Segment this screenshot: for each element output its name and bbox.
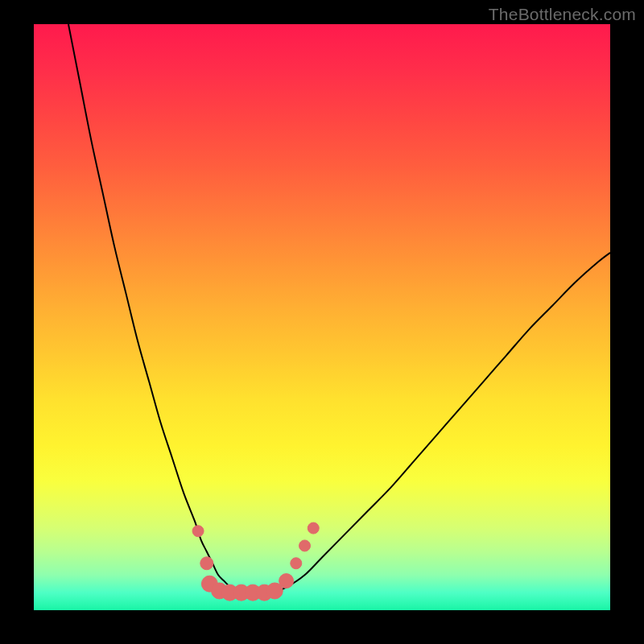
curve-marker [299, 540, 311, 551]
curve-marker [308, 522, 319, 534]
curve-marker [200, 557, 213, 570]
chart-frame: TheBottleneck.com [0, 0, 644, 644]
curve-marker [291, 558, 302, 569]
plot-area [34, 24, 610, 610]
watermark-text: TheBottleneck.com [489, 5, 636, 24]
bottleneck-curve [68, 24, 610, 592]
curve-marker [192, 526, 204, 537]
chart-svg [34, 24, 610, 610]
curve-markers [192, 522, 319, 601]
curve-marker [279, 574, 294, 588]
